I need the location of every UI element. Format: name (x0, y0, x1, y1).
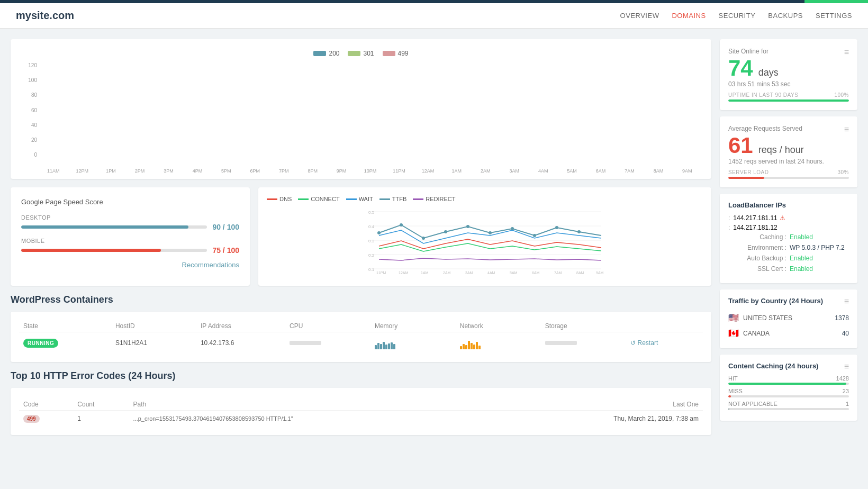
country-us: UNITED STATES (743, 314, 792, 322)
bar-chart-bars (40, 62, 701, 158)
svg-point-16 (511, 227, 514, 230)
legend-ttfb-color (379, 198, 390, 200)
x-label: 2AM (472, 168, 499, 174)
table-row: 499 1 ...p_cron=1553175493.3704619407653… (19, 411, 703, 427)
mobile-label: MOBILE (21, 238, 239, 244)
caching-value: Enabled (790, 233, 813, 241)
cache-miss-track (728, 395, 849, 397)
restart-button[interactable]: ↺ Restart (630, 339, 699, 347)
svg-point-15 (489, 231, 492, 234)
error-count: 1 (73, 411, 129, 427)
legend-200-color (313, 51, 326, 56)
traffic-row-ca: 🇨🇦 CANADA 40 (728, 325, 849, 341)
col-ip: IP Address (196, 320, 285, 332)
uptime-track (728, 99, 849, 102)
restart-label[interactable]: Restart (638, 339, 658, 347)
cache-miss-label: MISS (728, 388, 743, 394)
bar-chart-card: 200 301 499 0 20 40 (11, 39, 711, 179)
avg-requests-menu-icon[interactable]: ≡ (844, 125, 849, 134)
site-online-menu-icon[interactable]: ≡ (844, 48, 849, 57)
svg-text:0.1: 0.1 (368, 267, 375, 272)
env-value: WP 5.0.3 / PHP 7.2 (790, 244, 845, 251)
nav-security[interactable]: SECURITY (719, 12, 756, 20)
svg-point-19 (577, 230, 581, 233)
http-errors-card: Code Count Path Last One 499 (11, 388, 711, 435)
svg-text:0.4: 0.4 (368, 224, 375, 229)
x-label: 3PM (155, 168, 182, 174)
col-count: Count (73, 399, 129, 411)
left-panel: 200 301 499 0 20 40 (11, 39, 711, 478)
x-label: 3AM (501, 168, 528, 174)
uptime-progress: UPTIME IN LAST 90 DAYS 100% (728, 92, 849, 102)
caching-menu-icon[interactable]: ≡ (844, 362, 849, 372)
avg-requests-subtitle: 1452 reqs served in last 24 hours. (728, 158, 849, 165)
x-label: 7AM (616, 168, 643, 174)
warning-icon: ⚠ (780, 214, 785, 222)
svg-point-18 (555, 226, 558, 229)
ip-item-2: : 144.217.181.12 (728, 224, 849, 231)
svg-text:7AM: 7AM (554, 271, 562, 275)
svg-text:3AM: 3AM (465, 271, 473, 275)
nav-domains[interactable]: DOMAINS (672, 12, 706, 20)
avg-requests-unit: reqs / hour (758, 144, 804, 156)
svg-text:0.2: 0.2 (368, 253, 375, 258)
ip-item-1: : 144.217.181.11 ⚠ (728, 214, 849, 222)
mobile-bar-fill (21, 249, 161, 252)
legend-dns: DNS (267, 196, 292, 202)
x-labels: 11AM12PM1PM2PM3PM4PM5PM6PM7PM8PM9PM10PM1… (21, 168, 701, 174)
containers-section: WordPress Containers State HostID IP Add… (11, 294, 711, 362)
svg-point-10 (377, 231, 381, 234)
svg-text:6AM: 6AM (532, 271, 540, 275)
right-panel: Site Online for ≡ 74 days 03 hrs 51 mins… (720, 39, 857, 478)
legend-connect: CONNECT (298, 196, 339, 202)
backup-value: Enabled (790, 255, 813, 262)
cache-miss-row: MISS 23 (728, 388, 849, 397)
bar-chart: 0 20 40 60 80 100 120 (21, 62, 701, 168)
col-path: Path (129, 399, 498, 411)
cache-na-row: NOT APPLICABLE 1 (728, 401, 849, 410)
recommendations-link[interactable]: Recommendations (21, 261, 239, 269)
legend-301: 301 (348, 50, 374, 57)
svg-text:9AM: 9AM (596, 271, 604, 275)
cache-na-track (728, 408, 849, 410)
container-storage (541, 332, 626, 354)
container-ip: 10.42.173.6 (196, 332, 285, 354)
x-label: 8AM (645, 168, 672, 174)
site-online-days: 74 (728, 57, 753, 79)
http-errors-section: Top 10 HTTP Error Codes (24 Hours) Code … (11, 370, 711, 435)
error-table: Code Count Path Last One 499 (19, 399, 703, 427)
nav-overview[interactable]: OVERVIEW (620, 12, 659, 20)
backup-label: Auto Backup : (728, 255, 786, 262)
legend-499: 499 (383, 50, 409, 57)
container-state: RUNNING (19, 332, 111, 354)
svg-text:2AM: 2AM (443, 271, 451, 275)
ip-list: : 144.217.181.11 ⚠ : 144.217.181.12 (728, 214, 849, 231)
traffic-title: Traffic by Country (24 Hours) (728, 297, 823, 305)
caching-row: Caching : Enabled (728, 233, 849, 241)
svg-text:12AM: 12AM (399, 271, 408, 275)
network-chart (460, 337, 492, 349)
flag-us: 🇺🇸 (728, 313, 739, 323)
x-label: 4AM (529, 168, 556, 174)
traffic-menu-icon[interactable]: ≡ (844, 297, 849, 306)
legend-connect-color (298, 198, 309, 200)
error-last-one: Thu, March 21, 2019, 7:38 am (498, 411, 703, 427)
containers-table: State HostID IP Address CPU Memory Netwo… (19, 320, 703, 354)
svg-point-13 (444, 230, 447, 233)
nav-settings[interactable]: SETTINGS (816, 12, 852, 20)
server-load-fill (728, 177, 764, 179)
container-restart[interactable]: ↺ Restart (626, 332, 703, 354)
flag-ca: 🇨🇦 (728, 328, 739, 338)
uptime-fill (728, 99, 849, 102)
svg-text:11PM: 11PM (376, 271, 386, 275)
server-load-progress: SERVER LOAD 30% (728, 169, 849, 179)
col-memory: Memory (370, 320, 456, 332)
x-label: 12PM (68, 168, 95, 174)
legend-301-color (348, 51, 360, 56)
ssl-label: SSL Cert : (728, 265, 786, 273)
svg-text:1AM: 1AM (421, 271, 429, 275)
svg-text:0.5: 0.5 (368, 210, 375, 215)
nav-backups[interactable]: BACKUPS (768, 12, 803, 20)
col-network: Network (456, 320, 541, 332)
mobile-score-value: 75 / 100 (212, 246, 239, 255)
